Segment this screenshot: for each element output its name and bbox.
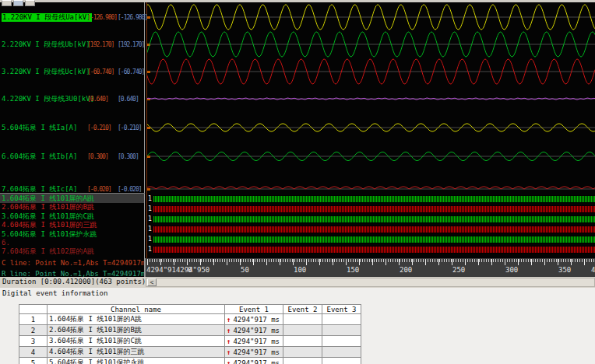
r-line-status: R line: Point No.=1,Abs T=4294917ms, Rel… xyxy=(2,270,144,278)
digital-state-value: 1 xyxy=(148,205,153,213)
event1-time: 4294"917 ms xyxy=(233,359,280,364)
table-row[interactable]: 4 4.604拓泉 I 线101屏的三跳 ↑4294"917 ms xyxy=(19,347,361,358)
digital-state-bar xyxy=(153,246,595,254)
event1-cell: ↑4294"917 ms xyxy=(225,314,283,325)
section-title: Digital event information xyxy=(2,289,107,297)
analog-value-instant: [-0.210] xyxy=(87,124,111,132)
table-row[interactable]: 3 3.604拓泉 I 线101屏的C跳 ↑4294"917 ms xyxy=(19,336,361,347)
digital-state-value: 1 xyxy=(148,215,153,223)
digital-event-table: Channel name Event 1 Event 2 Event 3 1 1… xyxy=(19,304,361,364)
analog-value-cursor: [0.640] xyxy=(118,95,139,103)
ruler-tick-label: 250 xyxy=(452,266,465,274)
analog-value-instant: [192.170] xyxy=(87,40,114,49)
analog-value-cursor: [-126.980] xyxy=(118,13,147,22)
c-line-status: C line: Point No.=1,Abs T=4294917ms, Rel… xyxy=(2,259,144,268)
table-row[interactable]: 1 1.604拓泉 I 线101屏的A跳 ↑4294"917 ms xyxy=(19,314,361,325)
rising-edge-icon: ↑ xyxy=(227,338,231,345)
channel-name-cell: 4.604拓泉 I 线101屏的三跳 xyxy=(48,347,225,358)
toolbar-button-3[interactable] xyxy=(25,0,35,6)
row-index: 3 xyxy=(19,336,48,347)
analog-value-cursor: [0.300] xyxy=(118,152,139,161)
fault-recorder-window: 1.220KV I 段母线Ua[kV] [-126.980] [-126.980… xyxy=(0,0,595,364)
time-ruler[interactable]: 4294"914294"950 0501001502002503003504 xyxy=(145,258,595,277)
event3-cell xyxy=(322,358,361,364)
event3-cell xyxy=(322,314,361,325)
table-row[interactable]: 2 2.604拓泉 I 线101屏的B跳 ↑4294"917 ms xyxy=(19,325,361,336)
digital-state-value: 1 xyxy=(148,246,153,254)
row-index: 4 xyxy=(19,347,48,358)
digital-channel-label[interactable]: 3.604拓泉 I 线101屏的C跳 xyxy=(2,212,143,220)
table-row[interactable]: 5 5.604拓泉 I 线101保护永跳 ↑4294"917 ms xyxy=(19,358,361,364)
digital-state-value: 1 xyxy=(148,226,153,233)
analog-channel-label[interactable]: 3.220KV I 段母线Uc[kV] xyxy=(2,68,90,76)
event2-cell xyxy=(283,314,322,325)
table-header-row: Channel name Event 1 Event 2 Event 3 xyxy=(19,305,361,314)
digital-channel-label[interactable]: 6. xyxy=(2,239,143,247)
analog-channel-label[interactable]: 1.220KV I 段母线Ua[kV] xyxy=(2,13,92,22)
header-event3: Event 3 xyxy=(322,305,361,314)
row-index: 1 xyxy=(19,314,48,325)
channel-name-cell: 5.604拓泉 I 线101保护永跳 xyxy=(48,358,225,364)
digital-state-bar xyxy=(153,215,595,223)
analog-value-cursor: [-60.740] xyxy=(118,68,144,76)
event1-time: 4294"917 ms xyxy=(233,338,280,345)
channel-name-cell: 3.604拓泉 I 线101屏的C跳 xyxy=(48,336,225,347)
rising-edge-icon: ↑ xyxy=(227,316,231,324)
ruler-tick-label: 200 xyxy=(400,266,412,274)
analog-channel-label[interactable]: 2.220KV I 段母线Ub[kV] xyxy=(2,40,90,49)
digital-channel-label[interactable]: 7.604拓泉 I 线102屏的A跳 xyxy=(2,247,143,255)
event3-cell xyxy=(322,325,361,336)
event3-cell xyxy=(322,336,361,347)
digital-channel-label[interactable]: 5.604拓泉 I 线101保护永跳 xyxy=(2,230,143,238)
toolbar-button-2[interactable] xyxy=(13,0,23,6)
horizontal-scrollbar[interactable]: < xyxy=(146,278,595,287)
digital-event-section: Digital event information Channel name E… xyxy=(0,288,595,364)
analog-value-instant: [0.640] xyxy=(87,95,108,103)
event1-time: 4294"917 ms xyxy=(233,316,280,324)
digital-channel-label[interactable]: 1.604拓泉 I 线101屏的A跳 xyxy=(2,194,143,202)
digital-state-bar xyxy=(153,236,595,243)
analog-value-cursor: [-0.210] xyxy=(118,124,142,132)
analog-value-instant: [-126.980] xyxy=(87,13,117,22)
duration-text: Duration [0:00.412000](463 points) xyxy=(2,278,146,285)
ruler-tick-label: 50 xyxy=(241,266,249,274)
rising-edge-icon: ↑ xyxy=(227,348,231,356)
analog-value-cursor: [192.170] xyxy=(118,40,144,49)
event2-cell xyxy=(283,358,322,364)
header-event1: Event 1 xyxy=(225,305,283,314)
ruler-tick-label: 0 xyxy=(188,266,192,274)
status-band: Duration [0:00.412000](463 points) < xyxy=(0,277,595,288)
event1-cell: ↑4294"917 ms xyxy=(225,325,283,336)
analog-channel-label[interactable]: 6.604拓泉 I 线Ib[A] xyxy=(2,152,77,161)
digital-channel-label[interactable]: 2.604拓泉 I 线101屏的B跳 xyxy=(2,203,143,211)
ruler-abs-time-label: 4294"914294"950 xyxy=(146,266,209,274)
event1-cell: ↑4294"917 ms xyxy=(225,347,283,358)
header-index xyxy=(19,305,48,314)
toolbar-buttons xyxy=(2,0,35,6)
scroll-left-button[interactable]: < xyxy=(147,278,157,286)
ruler-tick-label: 100 xyxy=(294,266,306,274)
rising-edge-icon: ↑ xyxy=(227,359,231,364)
digital-state-value: 1 xyxy=(148,236,153,243)
event2-cell xyxy=(283,325,322,336)
event1-cell: ↑4294"917 ms xyxy=(225,358,283,364)
analog-channel-label[interactable]: 5.604拓泉 I 线Ia[A] xyxy=(2,124,77,132)
time-cursor-line[interactable] xyxy=(146,2,147,258)
header-event2: Event 2 xyxy=(283,305,322,314)
toolbar-button-1[interactable] xyxy=(2,0,12,6)
analog-channel-label[interactable]: 4.220KV I 段母线3U0[kV] xyxy=(2,95,94,103)
ruler-tick-label: 4 xyxy=(591,266,595,274)
event1-cell: ↑4294"917 ms xyxy=(225,336,283,347)
rising-edge-icon: ↑ xyxy=(227,327,231,334)
event1-time: 4294"917 ms xyxy=(233,348,280,356)
analog-value-instant: [-60.740] xyxy=(87,68,114,76)
digital-channel-label[interactable]: 4.604拓泉 I 线101屏的三跳 xyxy=(2,221,143,229)
ruler-major-ticks xyxy=(147,259,594,265)
channel-name-cell: 2.604拓泉 I 线101屏的B跳 xyxy=(48,325,225,336)
ruler-tick-label: 350 xyxy=(558,266,571,274)
row-index: 5 xyxy=(19,358,48,364)
digital-state-bar xyxy=(153,226,595,233)
event3-cell xyxy=(322,347,361,358)
event1-time: 4294"917 ms xyxy=(233,327,280,334)
analog-value-instant: [0.300] xyxy=(87,152,108,161)
